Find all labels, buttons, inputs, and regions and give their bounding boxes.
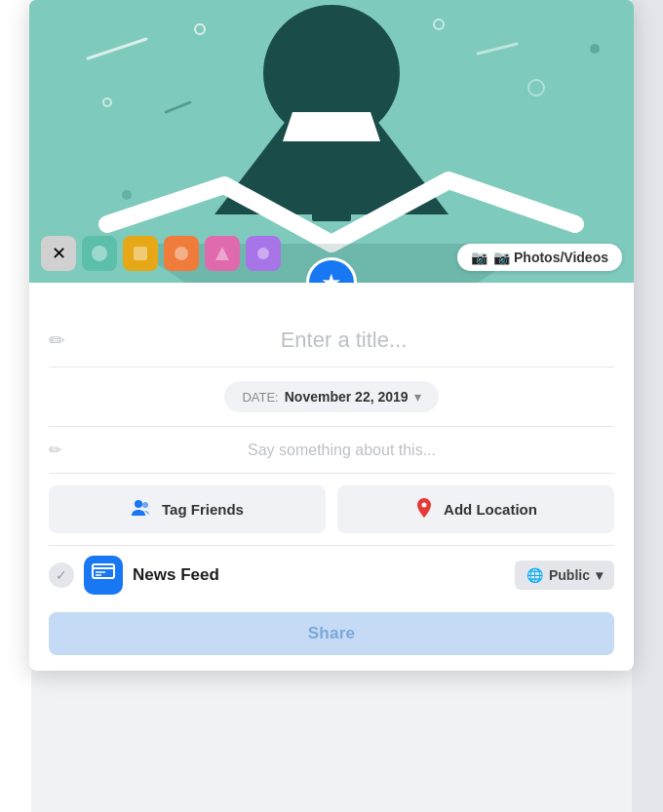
date-value: November 22, 2019 bbox=[285, 389, 409, 405]
template-icon-pink[interactable] bbox=[205, 236, 240, 271]
svg-marker-14 bbox=[283, 112, 380, 141]
modal-body: ✏ DATE: November 22, 2019 ▾ ✏ bbox=[29, 283, 634, 671]
tag-friends-label: Tag Friends bbox=[162, 501, 244, 518]
photo-icon: 📷 bbox=[471, 250, 488, 265]
svg-rect-13 bbox=[312, 210, 351, 221]
date-label: DATE: bbox=[242, 390, 278, 405]
newsfeed-icon-box bbox=[84, 556, 123, 595]
check-circle: ✓ bbox=[49, 562, 74, 588]
template-icon-yellow[interactable] bbox=[123, 236, 158, 271]
svg-rect-24 bbox=[93, 564, 114, 578]
tag-friends-button[interactable]: Tag Friends bbox=[49, 485, 326, 533]
template-icon-purple[interactable] bbox=[246, 236, 281, 271]
pencil-icon-say: ✏ bbox=[49, 441, 61, 459]
photos-videos-button[interactable]: 📷 📷 Photos/Videos bbox=[457, 244, 622, 271]
svg-point-18 bbox=[175, 247, 188, 260]
template-icon-x[interactable]: ✕ bbox=[41, 236, 76, 271]
photos-videos-label: 📷 Photos/Videos bbox=[493, 250, 608, 265]
title-input[interactable] bbox=[73, 328, 614, 353]
pencil-icon-title: ✏ bbox=[49, 329, 65, 352]
title-input-row: ✏ bbox=[49, 318, 614, 367]
chevron-down-icon: ▾ bbox=[414, 389, 421, 405]
svg-point-16 bbox=[92, 246, 107, 261]
newsfeed-row: ✓ News Feed 🌐 Public ▾ bbox=[49, 545, 614, 608]
add-location-button[interactable]: Add Location bbox=[337, 485, 614, 533]
hero-area: ✕ 📷 📷 Photos/Videos ★ bbox=[29, 0, 634, 283]
svg-point-21 bbox=[135, 500, 142, 508]
template-row: ✕ bbox=[41, 236, 281, 271]
location-icon bbox=[414, 497, 434, 522]
svg-rect-17 bbox=[134, 247, 147, 260]
tag-friends-icon bbox=[131, 497, 152, 522]
template-icon-green[interactable] bbox=[82, 236, 117, 271]
share-button[interactable]: Share bbox=[49, 612, 614, 655]
date-badge[interactable]: DATE: November 22, 2019 ▾ bbox=[224, 381, 438, 412]
template-icon-orange[interactable] bbox=[164, 236, 199, 271]
say-something-row: ✏ bbox=[49, 427, 614, 474]
globe-icon: 🌐 bbox=[526, 567, 543, 583]
public-chevron-icon: ▾ bbox=[596, 567, 603, 583]
newsfeed-label: News Feed bbox=[133, 565, 505, 585]
svg-rect-20 bbox=[257, 248, 269, 259]
check-icon: ✓ bbox=[56, 567, 67, 583]
svg-point-23 bbox=[422, 503, 427, 508]
public-button[interactable]: 🌐 Public ▾ bbox=[515, 561, 614, 590]
svg-point-10 bbox=[122, 190, 132, 200]
add-location-label: Add Location bbox=[444, 501, 537, 518]
action-row: Tag Friends Add Location bbox=[49, 474, 614, 545]
public-label: Public bbox=[549, 567, 590, 583]
svg-marker-19 bbox=[215, 247, 229, 260]
share-label: Share bbox=[308, 624, 356, 642]
svg-point-9 bbox=[590, 44, 600, 54]
svg-point-22 bbox=[142, 502, 148, 508]
say-something-input[interactable] bbox=[69, 442, 614, 459]
date-row: DATE: November 22, 2019 ▾ bbox=[49, 367, 614, 427]
bg-left-panel bbox=[0, 0, 31, 812]
newsfeed-icon bbox=[92, 563, 115, 588]
post-modal: ✕ 📷 📷 Photos/Videos ★ bbox=[29, 0, 634, 671]
bg-right-panel bbox=[632, 0, 663, 812]
